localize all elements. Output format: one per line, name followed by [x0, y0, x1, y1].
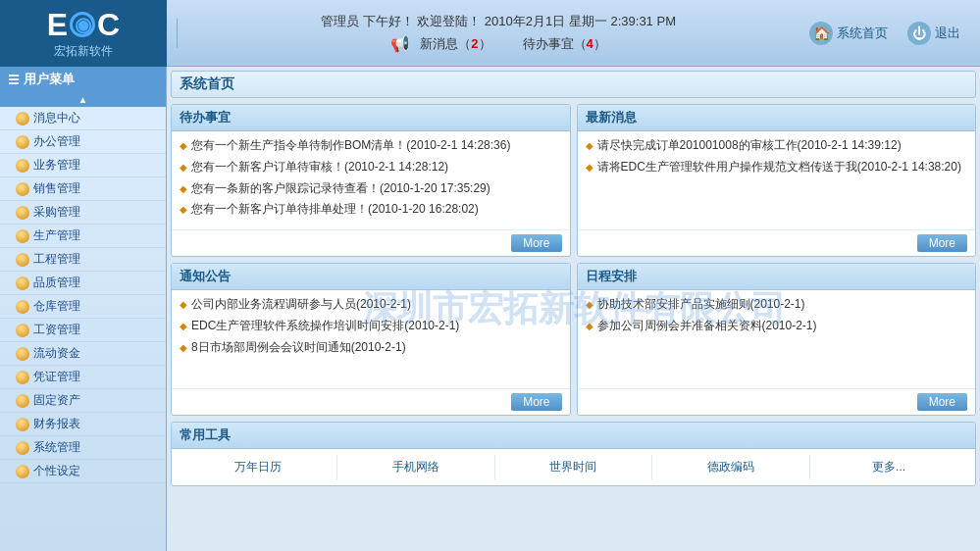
pending-panel-header: 待办事宜 [172, 105, 570, 131]
notice-item-1: ◆ 公司内部业务流程调研参与人员(2010-2-1) [180, 296, 562, 313]
diamond-icon-1: ◆ [180, 139, 187, 153]
notice-item-3: ◆ 8日市场部周例会会议时间通知(2010-2-1) [180, 339, 562, 356]
notice-more-button[interactable]: More [511, 393, 561, 411]
assets-icon [16, 394, 29, 408]
schedule-panel-footer: More [578, 388, 976, 415]
top-panel-grid: 待办事宜 ◆ 您有一个新生产指令单待制作BOM清单！(2010-2-1 14:2… [171, 104, 976, 257]
news-panel-header: 最新消息 [578, 105, 976, 131]
home-icon: 🏠 [809, 22, 833, 45]
sidebar-item-salary[interactable]: 工资管理 [0, 319, 166, 342]
sidebar-item-warehouse[interactable]: 仓库管理 [0, 295, 166, 319]
welcome-bar: 管理员 下午好！ 欢迎登陆！ 2010年2月1日 星期一 2:39:31 PM [321, 13, 676, 30]
logo-e: E [47, 7, 68, 43]
sidebar-item-assets[interactable]: 固定资产 [0, 389, 166, 413]
logo-o: ◉ [70, 12, 95, 37]
new-msg-label: 新消息（2） [420, 35, 490, 53]
tool-mobile[interactable]: 手机网络 [337, 455, 495, 479]
cashflow-icon [16, 347, 29, 361]
sidebar-header: ☰ 用户菜单 [0, 67, 166, 92]
quality-icon [16, 276, 29, 290]
sidebar-item-production[interactable]: 生产管理 [0, 225, 166, 248]
diamond-icon-s2: ◆ [586, 320, 593, 333]
sidebar-item-sales[interactable]: 销售管理 [0, 177, 166, 201]
pending-item-3: ◆ 您有一条新的客户限踪记录待查看！(2010-1-20 17:35:29) [180, 180, 562, 197]
notice-item-2: ◆ EDC生产管理软件系统操作培训时间安排(2010-2-1) [180, 318, 562, 334]
sidebar: ☰ 用户菜单 ▲ 消息中心 办公管理 业务管理 销售管理 采购管理 生产管理 [0, 67, 167, 551]
tool-encoding[interactable]: 德政编码 [652, 455, 810, 479]
diamond-icon-n1: ◆ [586, 139, 593, 153]
news-panel-body: ◆ 请尽快完成订单201001008的审核工作(2010-2-1 14:39:1… [578, 131, 976, 229]
sales-icon [16, 182, 29, 196]
news-more-button[interactable]: More [917, 234, 967, 252]
logo-company: 宏拓新软件 [54, 43, 113, 60]
logo-area: E ◉ C 宏拓新软件 [0, 0, 167, 67]
notification-bar: 📢 新消息（2） 待办事宜（4） [390, 34, 605, 53]
page-title: 系统首页 [171, 71, 976, 98]
tools-header: 常用工具 [172, 423, 975, 449]
news-item-1: ◆ 请尽快完成订单201001008的审核工作(2010-2-1 14:39:1… [586, 137, 968, 154]
news-panel-footer: More [578, 229, 976, 256]
logo-letters: E ◉ C [47, 7, 120, 43]
notice-panel: 通知公告 ◆ 公司内部业务流程调研参与人员(2010-2-1) ◆ EDC生产管… [171, 263, 571, 416]
production-icon [16, 229, 29, 243]
notice-panel-header: 通知公告 [172, 264, 570, 290]
sidebar-item-purchase[interactable]: 采购管理 [0, 201, 166, 225]
system-icon [16, 441, 29, 455]
notice-panel-body: ◆ 公司内部业务流程调研参与人员(2010-2-1) ◆ EDC生产管理软件系统… [172, 290, 570, 388]
menu-icon: ☰ [8, 73, 20, 87]
sidebar-item-engineering[interactable]: 工程管理 [0, 248, 166, 272]
tool-calendar[interactable]: 万年日历 [180, 455, 337, 479]
schedule-panel-body: ◆ 协助技术部安排产品实施细则(2010-2-1) ◆ 参加公司周例会并准备相关… [578, 290, 976, 388]
home-button[interactable]: 🏠 系统首页 [809, 22, 888, 45]
logout-icon: ⏻ [907, 22, 931, 45]
sidebar-item-quality[interactable]: 品质管理 [0, 272, 166, 295]
messages-icon [16, 112, 29, 125]
pending-panel-body: ◆ 您有一个新生产指令单待制作BOM清单！(2010-2-1 14:28:36)… [172, 131, 570, 229]
main-layout: ☰ 用户菜单 ▲ 消息中心 办公管理 业务管理 销售管理 采购管理 生产管理 [0, 67, 980, 551]
diamond-icon-no1: ◆ [180, 298, 187, 312]
tool-more[interactable]: 更多... [810, 455, 967, 479]
schedule-more-button[interactable]: More [917, 393, 967, 411]
pending-panel: 待办事宜 ◆ 您有一个新生产指令单待制作BOM清单！(2010-2-1 14:2… [171, 104, 571, 257]
logo-inner: E ◉ C 宏拓新软件 [47, 7, 120, 60]
sidebar-item-cashflow[interactable]: 流动资金 [0, 342, 166, 366]
pending-more-button[interactable]: More [511, 234, 561, 252]
pending-item-4: ◆ 您有一个新客户订单待排单处理！(2010-1-20 16:28:02) [180, 201, 562, 218]
tools-panel: 常用工具 万年日历 手机网络 世界时间 德政编码 更多... [171, 422, 976, 486]
pending-panel-footer: More [172, 229, 570, 256]
personal-icon [16, 465, 29, 478]
voucher-icon [16, 371, 29, 384]
sidebar-item-system[interactable]: 系统管理 [0, 436, 166, 460]
tool-worldtime[interactable]: 世界时间 [495, 455, 653, 479]
business-icon [16, 159, 29, 173]
news-panel: 最新消息 ◆ 请尽快完成订单201001008的审核工作(2010-2-1 14… [577, 104, 977, 257]
sidebar-scroll-up[interactable]: ▲ [0, 92, 166, 107]
sidebar-item-business[interactable]: 业务管理 [0, 154, 166, 177]
header-divider [177, 19, 178, 48]
reports-icon [16, 418, 29, 431]
sidebar-item-office[interactable]: 办公管理 [0, 130, 166, 154]
schedule-panel: 日程安排 ◆ 协助技术部安排产品实施细则(2010-2-1) ◆ 参加公司周例会… [577, 263, 977, 416]
office-icon [16, 135, 29, 149]
schedule-panel-header: 日程安排 [578, 264, 976, 290]
pending-count: 4 [587, 36, 593, 51]
sidebar-item-reports[interactable]: 财务报表 [0, 413, 166, 436]
sidebar-item-personal[interactable]: 个性设定 [0, 460, 166, 483]
diamond-icon-s1: ◆ [586, 298, 593, 312]
sidebar-item-messages[interactable]: 消息中心 [0, 107, 166, 130]
sidebar-item-voucher[interactable]: 凭证管理 [0, 366, 166, 389]
content-area: 深圳市宏拓新软件有限公司 系统首页 待办事宜 ◆ 您有一个新生产指令单待制作BO… [167, 67, 980, 551]
header-middle: 管理员 下午好！ 欢迎登陆！ 2010年2月1日 星期一 2:39:31 PM … [187, 13, 809, 53]
diamond-icon-3: ◆ [180, 182, 187, 196]
salary-icon [16, 324, 29, 337]
new-msg-count: 2 [471, 36, 478, 51]
pending-label: 待办事宜（4） [523, 35, 606, 53]
pending-item-2: ◆ 您有一个新客户订单待审核！(2010-2-1 14:28:12) [180, 159, 562, 175]
warehouse-icon [16, 300, 29, 314]
schedule-item-2: ◆ 参加公司周例会并准备相关资料(2010-2-1) [586, 318, 968, 334]
bottom-panel-grid: 通知公告 ◆ 公司内部业务流程调研参与人员(2010-2-1) ◆ EDC生产管… [171, 263, 976, 416]
logo-c: C [97, 7, 120, 43]
logout-button[interactable]: ⏻ 退出 [907, 22, 960, 45]
header-right: 🏠 系统首页 ⏻ 退出 [809, 22, 980, 45]
diamond-icon-n2: ◆ [586, 161, 593, 175]
